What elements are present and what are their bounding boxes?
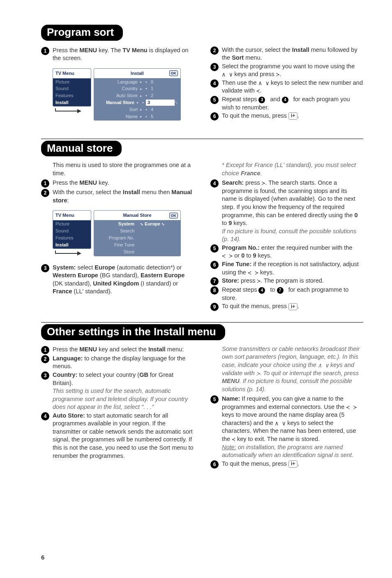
section-title-other-settings: Other settings in the Install menu [41,324,225,340]
mock1-row: Manual Store▸•3⤡ [94,99,180,106]
s1-step4: Then use the ∧ ∨ keys to select the new … [222,79,363,95]
ok-icon: OK [169,70,178,76]
mock1-row: Country▸•1 [94,85,180,92]
mock2-row: Search [94,227,180,234]
s1-step1-text: Press the MENU key. The TV Menu is displ… [53,46,194,63]
right-arrow-icon: ≻ [276,71,280,79]
s2-step3: System: select Europe (automatic detecti… [53,264,194,296]
section-title-manual-store: Manual store [41,141,122,157]
s1-step1: 1 Press the MENU key. The TV Menu is dis… [41,46,194,63]
tv-menu-mock-install: TV Menu Picture Sound Features Install I… [53,68,194,121]
s3-step6: To quit the menus, press i+. [222,460,363,468]
s3-step2: Language: to change the display language… [53,355,194,371]
s3-step5: Name: If required, you can give a name t… [222,395,363,460]
mock2-row: System⤡ Europe ⤡ [94,221,180,227]
info-key-icon: i+ [288,112,297,120]
mock1-row: Name▸•5 [94,113,180,120]
left-arrow-icon: ≺ [256,87,260,95]
s3-step1: Press the MENU key and select the Instal… [53,346,194,354]
mock1-row: Sort▸•4 [94,106,180,113]
s1-step5: Repeat steps 3 and 4 for each program yo… [222,95,363,111]
tv-menu-mock-manual: TV Menu Picture Sound Features Install M… [53,210,194,256]
up-down-icon: ∧ ∨ [258,79,269,88]
mock2-row: Store [94,248,180,255]
section-title-program-sort: Program sort [41,25,123,41]
s2-step8: Repeat steps 4 to 7 for each programme t… [222,286,363,302]
mock1-row: Language▸•0 [94,79,180,86]
info-key-icon: i+ [288,460,297,468]
info-key-icon: i+ [288,303,297,311]
s3-step4: Auto Store: to start automatic search fo… [53,412,194,460]
s2-step1: Press the MENU key. [53,179,194,187]
mock-arrow-icon [53,108,91,114]
up-down-icon: ∧ ∨ [222,71,233,79]
s1-step2: With the cursor, select the Install menu… [222,46,363,62]
mock2-row: Fine Tune [94,241,180,248]
s1-step6: To quit the menus, press i+. [222,112,363,120]
s2-step2: With the cursor, select the Install menu… [53,188,194,204]
s2-step9: To quit the menus, press i+. [222,302,363,311]
s2-intro: This menu is used to store the programme… [53,161,194,177]
s1-step3: Select the programme you want to move us… [222,63,363,79]
s2-step7: Store: press ≻. The program is stored. [222,277,363,285]
s2-step6: Fine Tune: if the reception is not satis… [222,260,363,276]
mock1-left-header: TV Menu [53,69,91,79]
bullet-1: 1 [41,47,49,55]
mock1-row: Auto Store▸•2 [94,92,180,99]
mock2-row: Program No. [94,234,180,241]
s3-step3: Country: to select your country (GB for … [53,371,194,411]
ok-icon: OK [169,213,178,218]
s2-france-note: * Except for France (LL' standard), you … [222,161,363,177]
s2-step4: Search: press ≻. The search starts. Once… [222,179,363,244]
mock-arrow-icon [53,251,91,256]
s3-right-note: Some transmitters or cable networks broa… [222,345,363,393]
s2-step5: Program No.: enter the required number w… [222,244,363,260]
page-number: 6 [41,553,44,562]
